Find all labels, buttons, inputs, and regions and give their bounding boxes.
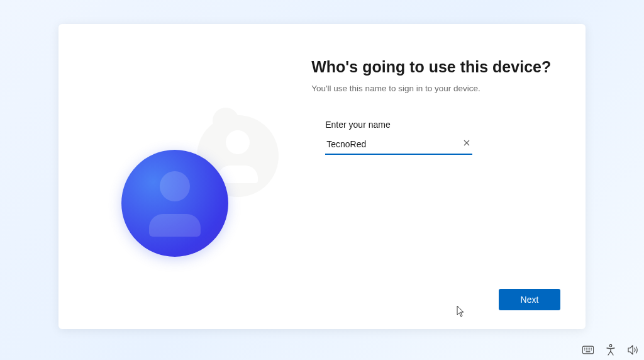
keyboard-button[interactable] — [582, 344, 594, 356]
volume-icon — [628, 345, 639, 355]
svg-point-5 — [591, 348, 592, 349]
svg-point-10 — [591, 349, 592, 350]
svg-point-1 — [584, 348, 585, 349]
svg-rect-11 — [586, 351, 590, 352]
svg-point-3 — [587, 348, 588, 349]
close-icon — [464, 140, 470, 146]
svg-point-4 — [589, 348, 590, 349]
accessibility-icon — [606, 344, 616, 356]
main-avatar-icon — [121, 150, 228, 257]
svg-point-8 — [587, 349, 588, 350]
taskbar — [582, 344, 639, 356]
form-panel: Who's going to use this device? You'll u… — [311, 24, 586, 329]
keyboard-icon — [582, 346, 594, 354]
accessibility-button[interactable] — [605, 344, 616, 356]
name-input-container — [325, 136, 472, 155]
svg-point-7 — [586, 349, 587, 350]
illustration-panel — [58, 24, 311, 329]
clear-input-button[interactable] — [462, 138, 471, 147]
svg-point-6 — [584, 349, 585, 350]
svg-point-9 — [589, 349, 590, 350]
page-title: Who's going to use this device? — [311, 58, 567, 76]
page-subtitle: You'll use this name to sign in to your … — [311, 84, 567, 93]
next-button[interactable]: Next — [499, 289, 560, 310]
setup-card: Who's going to use this device? You'll u… — [58, 24, 586, 329]
name-input-label: Enter your name — [325, 120, 567, 130]
name-input[interactable] — [325, 136, 472, 155]
volume-button[interactable] — [628, 344, 639, 356]
svg-point-2 — [586, 348, 587, 349]
svg-point-12 — [609, 344, 612, 347]
